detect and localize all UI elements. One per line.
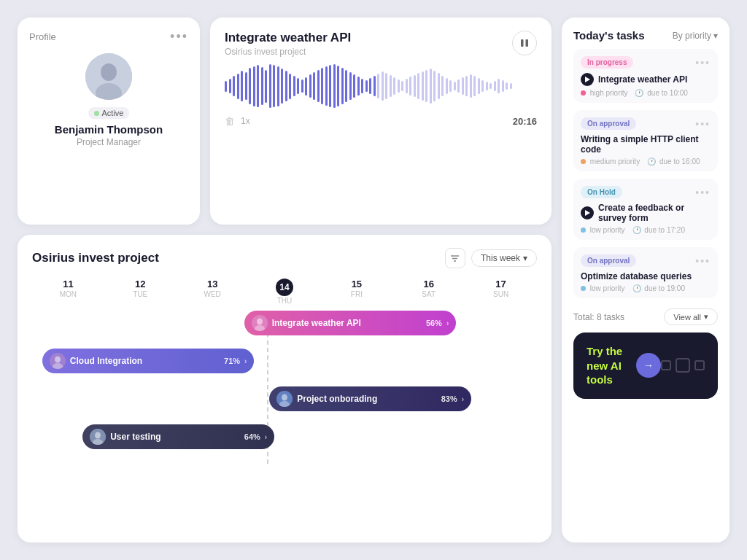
profile-card: Profile ••• Active Benjamin Thompson Pro… xyxy=(18,18,200,225)
delete-audio-button[interactable]: 🗑 xyxy=(225,115,235,127)
day-column: 12TUE xyxy=(104,279,177,305)
due-time: 🕐 due to 17:20 xyxy=(632,226,685,234)
gantt-bar[interactable]: User testing64%› xyxy=(82,424,274,449)
task-name: Writing a simple HTTP client code xyxy=(581,134,711,155)
ai-arrow-button[interactable]: → xyxy=(636,353,661,378)
chevron-down-icon: ▾ xyxy=(704,312,708,322)
day-num: 12 xyxy=(104,279,177,289)
task-name: Integrate weather API xyxy=(598,74,687,85)
gantt-bar[interactable]: Integrate weather API56%› xyxy=(244,311,457,335)
task-menu-button[interactable]: ••• xyxy=(695,187,711,198)
gantt-filter-button[interactable] xyxy=(445,248,465,268)
task-meta: low priority 🕐 due to 17:20 xyxy=(581,226,711,234)
gantt-header: Osirius invest project This week ▾ xyxy=(32,248,537,268)
tasks-footer: Total: 8 tasks View all ▾ xyxy=(573,306,718,325)
svg-point-14 xyxy=(55,357,61,363)
ai-line1: Try the xyxy=(587,344,636,359)
priority-dot xyxy=(581,159,586,164)
task-meta: medium priority 🕐 due to 16:00 xyxy=(581,158,711,166)
due-time: 🕐 due to 10:00 xyxy=(635,89,687,97)
tasks-filter-button[interactable]: By priority ▾ xyxy=(673,31,718,41)
week-label: This week xyxy=(481,253,520,263)
svg-rect-4 xyxy=(526,39,529,47)
bar-percentage: 56% xyxy=(426,319,442,327)
priority-indicator: medium priority xyxy=(581,158,640,166)
play-icon xyxy=(581,73,594,86)
task-item-4: On approval ••• Optimize database querie… xyxy=(573,247,718,298)
gantt-bar[interactable]: Project onborading83%› xyxy=(269,386,471,411)
tasks-card: Today's tasks By priority ▾ In progress … xyxy=(562,18,729,542)
due-time: 🕐 due to 19:00 xyxy=(632,284,685,292)
view-all-button[interactable]: View all ▾ xyxy=(664,308,718,325)
audio-waveform[interactable] xyxy=(225,64,537,108)
tasks-header: Today's tasks By priority ▾ xyxy=(573,29,718,42)
clock-icon: 🕐 xyxy=(635,89,643,97)
task-title-row: Integrate weather API xyxy=(581,73,711,86)
audio-card: Integrate weather API Osirius invest pro… xyxy=(210,18,551,225)
deco-square-sm xyxy=(661,360,671,370)
day-label: TUE xyxy=(104,290,177,298)
status-badge: On approval xyxy=(581,254,636,267)
day-label: SAT xyxy=(392,290,465,298)
bar-percentage: 71% xyxy=(224,357,240,365)
gantt-bar[interactable]: Cloud Integration71%› xyxy=(42,349,255,373)
chevron-down-icon: ▾ xyxy=(713,31,718,41)
gantt-rows: Integrate weather API56%›Cloud Integrati… xyxy=(32,311,537,464)
day-label: WED xyxy=(177,290,249,298)
task-meta: high priority 🕐 due to 10:00 xyxy=(581,89,711,97)
svg-rect-3 xyxy=(521,39,524,47)
gantt-controls: This week ▾ xyxy=(445,248,537,268)
task-status-row: On approval ••• xyxy=(581,117,711,130)
profile-section-label: Profile xyxy=(29,31,56,42)
status-badge: On Hold xyxy=(581,186,622,198)
audio-info: Integrate weather API Osirius invest pro… xyxy=(225,31,351,57)
priority-dot xyxy=(581,228,586,233)
bar-arrow-icon: › xyxy=(462,395,464,403)
task-meta: low priority 🕐 due to 19:00 xyxy=(581,284,711,292)
day-label: THU xyxy=(249,297,321,305)
day-num: 11 xyxy=(32,279,104,289)
profile-header: Profile ••• xyxy=(29,29,188,44)
playback-speed[interactable]: 1x xyxy=(241,116,250,126)
deco-square-lg xyxy=(676,358,690,373)
task-menu-button[interactable]: ••• xyxy=(695,255,711,267)
bar-percentage: 83% xyxy=(441,394,457,403)
audio-title: Integrate weather API xyxy=(225,31,351,45)
ai-banner-text: Try the new AI tools xyxy=(587,344,636,387)
day-label: FRI xyxy=(320,290,392,298)
bar-name: Project onborading xyxy=(297,394,377,404)
bar-avatar xyxy=(276,391,293,407)
audio-subtitle: Osirius invest project xyxy=(225,47,351,57)
day-column: 13WED xyxy=(177,279,249,305)
week-dropdown[interactable]: This week ▾ xyxy=(471,249,537,267)
today-num: 14 xyxy=(276,279,293,296)
avatar-image xyxy=(85,53,132,100)
svg-point-17 xyxy=(282,394,287,401)
svg-marker-5 xyxy=(585,77,590,82)
bar-avatar xyxy=(90,429,106,445)
priority-indicator: low priority xyxy=(581,226,625,234)
arrow-icon: → xyxy=(643,359,654,371)
ai-tools-banner[interactable]: Try the new AI tools → xyxy=(573,332,718,399)
bar-name: User testing xyxy=(110,432,160,442)
day-column: 17SUN xyxy=(465,279,537,305)
total-tasks: Total: 8 tasks xyxy=(573,312,624,322)
status-badge: On approval xyxy=(581,117,636,130)
pause-button[interactable] xyxy=(512,31,537,55)
ai-decoration xyxy=(661,358,705,373)
profile-menu-button[interactable]: ••• xyxy=(170,29,188,44)
priority-indicator: low priority xyxy=(581,284,625,292)
bar-avatar xyxy=(50,353,66,369)
task-name: Create a feedback or survey form xyxy=(598,203,711,223)
bar-arrow-icon: › xyxy=(265,433,267,441)
task-menu-button[interactable]: ••• xyxy=(695,118,711,130)
priority-label: medium priority xyxy=(590,158,640,166)
task-menu-button[interactable]: ••• xyxy=(695,57,711,69)
priority-dot xyxy=(581,90,586,96)
day-column: 15FRI xyxy=(320,279,392,305)
day-column: 16SAT xyxy=(392,279,465,305)
day-num: 17 xyxy=(465,279,537,289)
day-num: 15 xyxy=(320,279,392,289)
audio-time: 20:16 xyxy=(513,116,537,127)
clock-icon: 🕐 xyxy=(632,226,641,234)
